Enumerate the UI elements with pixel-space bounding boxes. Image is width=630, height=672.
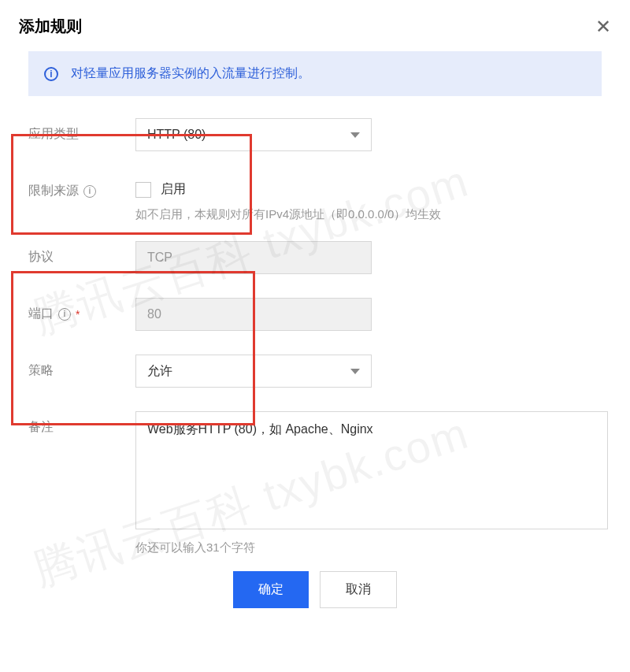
remark-textarea[interactable] (135, 411, 608, 529)
protocol-input: TCP (135, 241, 372, 274)
help-icon[interactable]: i (83, 185, 96, 198)
banner-text: 对轻量应用服务器实例的入流量进行控制。 (71, 65, 310, 82)
close-icon[interactable]: ✕ (595, 17, 611, 36)
required-mark: * (76, 308, 80, 321)
help-icon[interactable]: i (58, 308, 71, 321)
dialog-title: 添加规则 (19, 16, 82, 37)
chevron-down-icon (350, 369, 360, 374)
source-help-text: 如不启用，本规则对所有IPv4源地址（即0.0.0.0/0）均生效 (135, 207, 602, 222)
info-banner: i 对轻量应用服务器实例的入流量进行控制。 (28, 51, 602, 96)
app-type-value: HTTP (80) (147, 128, 206, 142)
enable-source-checkbox[interactable] (135, 182, 151, 198)
info-icon: i (44, 67, 58, 81)
app-type-label: 应用类型 (28, 118, 135, 143)
source-label: 限制来源 i (28, 175, 135, 199)
char-count-text: 你还可以输入31个字符 (135, 540, 608, 555)
chevron-down-icon (350, 132, 360, 138)
confirm-button[interactable]: 确定 (233, 571, 309, 608)
cancel-button[interactable]: 取消 (320, 571, 397, 608)
protocol-label: 协议 (28, 241, 135, 265)
app-type-select[interactable]: HTTP (80) (135, 118, 372, 151)
policy-value: 允许 (147, 363, 172, 380)
remark-label: 备注 (28, 411, 135, 436)
port-label: 端口 i * (28, 298, 135, 322)
policy-select[interactable]: 允许 (135, 355, 372, 388)
port-input: 80 (135, 298, 372, 331)
policy-label: 策略 (28, 355, 135, 379)
enable-source-label: 启用 (161, 181, 186, 198)
